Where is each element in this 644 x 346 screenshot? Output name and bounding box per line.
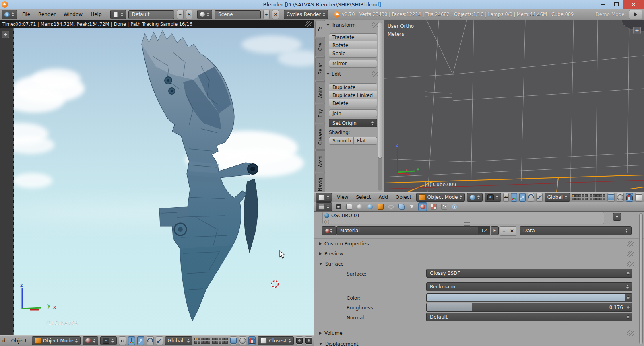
layout-name-field[interactable]: Default: [128, 10, 174, 19]
demo-play-button[interactable]: [629, 10, 642, 19]
mirror-button[interactable]: Mirror: [329, 60, 377, 68]
rotate-button[interactable]: Rotate: [329, 41, 377, 49]
render-viewport[interactable]: + z y x (1) Cube.009: [0, 28, 314, 335]
translate-button[interactable]: Translate: [329, 33, 377, 41]
editor-type-selector[interactable]: [316, 193, 332, 202]
panel-drag-widget[interactable]: [627, 261, 634, 267]
tab-object[interactable]: [376, 203, 384, 211]
layers-widget-2[interactable]: [212, 338, 228, 344]
surface-panel-header[interactable]: Surface: [314, 259, 644, 268]
translate-manipulator-button[interactable]: [128, 336, 135, 345]
tab-render[interactable]: [334, 203, 343, 211]
rotate-manipulator-button[interactable]: [137, 336, 144, 345]
proportional-edit-button[interactable]: [617, 193, 624, 202]
tab-texture[interactable]: [429, 203, 438, 211]
menu-render[interactable]: Render: [35, 12, 58, 17]
add-layout-button[interactable]: ＋: [177, 10, 184, 19]
set-origin-dropdown[interactable]: Set Origin: [329, 119, 377, 127]
edit-panel-header[interactable]: Edit: [326, 71, 378, 77]
viewport-shading-dropdown[interactable]: [467, 193, 483, 202]
tab-constraints[interactable]: [387, 203, 395, 211]
layers-widget[interactable]: [194, 338, 210, 344]
snap-toggle[interactable]: [248, 336, 256, 345]
viewport-render-toggle[interactable]: [230, 336, 237, 345]
object-menu[interactable]: Object: [393, 194, 414, 200]
pivot-dropdown[interactable]: [100, 336, 117, 345]
orientation-dropdown[interactable]: Global: [165, 336, 193, 345]
expand-region-button[interactable]: +: [2, 31, 9, 38]
scene-name-field[interactable]: Scene: [215, 10, 260, 19]
unlink-material-button[interactable]: ✕: [508, 226, 516, 236]
rotate-tool-button[interactable]: [528, 193, 534, 202]
fake-user-button[interactable]: F: [491, 226, 499, 235]
tab-particles[interactable]: [440, 203, 448, 211]
tab-tools[interactable]: To: [315, 21, 325, 37]
rotate-tool-button[interactable]: [147, 336, 154, 345]
duplicate-button[interactable]: Duplicate: [329, 83, 377, 91]
view-menu[interactable]: View: [334, 194, 351, 200]
proportional-edit-button[interactable]: [239, 336, 246, 345]
add-menu-partial[interactable]: d: [2, 338, 6, 344]
panel-drag-widget[interactable]: [372, 22, 378, 28]
add-menu[interactable]: Add: [376, 194, 391, 200]
browse-material-button[interactable]: [322, 226, 336, 235]
material-specials-button[interactable]: [613, 213, 621, 221]
material-slot-list[interactable]: OSCURO 01 +: [322, 212, 604, 224]
menu-file[interactable]: File: [19, 12, 33, 17]
orientation-dropdown[interactable]: Global: [545, 193, 570, 202]
preview-panel-header[interactable]: Preview: [314, 249, 644, 259]
mode-dropdown[interactable]: Object Mode: [416, 193, 465, 202]
normal-dropdown[interactable]: Default: [426, 313, 632, 321]
datablock-dropdown[interactable]: Data: [520, 226, 632, 235]
tab-scene[interactable]: [355, 203, 363, 211]
delete-layout-button[interactable]: ✕: [186, 10, 193, 19]
panel-drag-widget[interactable]: [372, 71, 378, 77]
panel-drag-widget[interactable]: [627, 251, 634, 257]
roughness-slider[interactable]: 0.176: [426, 303, 632, 312]
scale-tool-button[interactable]: [156, 336, 163, 345]
users-count-badge[interactable]: 12: [478, 227, 490, 234]
tab-animation[interactable]: Anim: [315, 81, 325, 103]
snap-element-dropdown[interactable]: Closest: [258, 336, 294, 345]
list-resize-grip[interactable]: [464, 222, 470, 226]
smooth-button[interactable]: Smooth: [329, 137, 354, 145]
viewport-shading-dropdown[interactable]: [83, 336, 98, 345]
panel-drag-widget[interactable]: [627, 330, 634, 336]
tab-physics[interactable]: Phy: [315, 104, 325, 123]
area-corner-widget[interactable]: [305, 21, 312, 27]
transform-panel-header[interactable]: Transform: [326, 22, 378, 28]
editor-type-selector[interactable]: i: [2, 10, 17, 19]
pivot-dropdown[interactable]: [485, 193, 501, 202]
screen-layout-icon-button[interactable]: [110, 10, 126, 19]
tab-render-layers[interactable]: [345, 203, 353, 211]
expand-properties-region-button[interactable]: +: [633, 27, 641, 34]
delete-button[interactable]: Delete: [329, 99, 377, 107]
editor-type-selector[interactable]: [316, 202, 332, 211]
tab-modifiers[interactable]: [397, 203, 405, 211]
color-swatch[interactable]: [426, 293, 632, 302]
surface-shader-dropdown[interactable]: Glossy BSDF: [426, 269, 632, 278]
mode-dropdown[interactable]: Object Mode: [32, 336, 81, 345]
displacement-panel-header[interactable]: Displacement: [314, 340, 644, 346]
join-button[interactable]: Join: [329, 109, 377, 117]
duplicate-linked-button[interactable]: Duplicate Linked: [329, 91, 377, 99]
snap-toggle[interactable]: [626, 193, 633, 202]
volume-panel-header[interactable]: Volume: [314, 327, 644, 339]
tab-archi[interactable]: Archi: [315, 150, 325, 172]
viewport-render-toggle[interactable]: [607, 193, 615, 202]
properties-scrollbar[interactable]: [639, 213, 643, 344]
manipulator-toggle[interactable]: ↔: [119, 336, 126, 345]
manipulator-toggle[interactable]: ↔: [503, 193, 508, 202]
tab-physics[interactable]: [450, 203, 458, 211]
object-menu[interactable]: Object: [8, 338, 30, 344]
menu-help[interactable]: Help: [88, 12, 104, 17]
scene-icon-button[interactable]: [197, 10, 212, 19]
select-menu[interactable]: Select: [353, 194, 374, 200]
opengl-render-button[interactable]: [296, 336, 303, 345]
new-material-button[interactable]: ＋: [500, 226, 508, 236]
rotate-manipulator-button[interactable]: [519, 193, 526, 202]
tab-material[interactable]: [418, 202, 427, 211]
tab-grease[interactable]: Grease: [315, 124, 325, 150]
add-scene-button[interactable]: ＋: [263, 10, 270, 19]
custom-properties-panel-header[interactable]: Custom Properties: [314, 238, 644, 249]
